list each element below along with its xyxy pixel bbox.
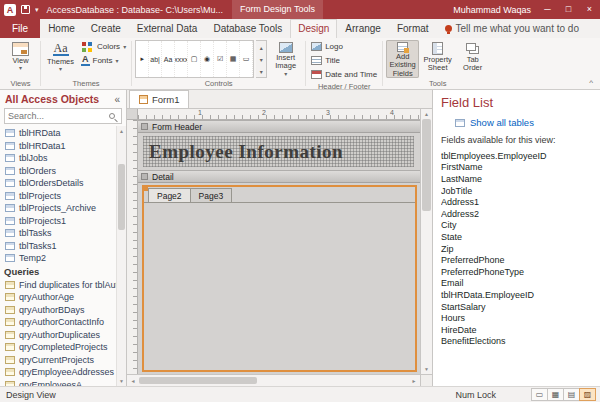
nav-query-item[interactable]: qryEmployeeAddresses [0, 366, 116, 379]
scrollbar-thumb[interactable] [118, 164, 125, 230]
tell-me-box[interactable]: Tell me what you want to do [445, 19, 579, 38]
date-time-button[interactable]: Date and Time [309, 68, 379, 81]
field-list-item[interactable]: Zip [441, 243, 592, 255]
nav-table-item[interactable]: tblHRData [0, 127, 116, 140]
save-icon[interactable] [21, 5, 30, 14]
nav-query-item[interactable]: qryAuthorDuplicates [0, 329, 116, 342]
field-list-item[interactable]: BenefitElections [441, 336, 592, 348]
signed-in-user[interactable]: Muhammad Waqas [453, 5, 531, 15]
form-header-section-bar[interactable]: Form Header [138, 120, 420, 133]
nav-query-item[interactable]: qryCompletedProjects [0, 341, 116, 354]
control-gallery-item[interactable]: ▢ [188, 41, 201, 77]
nav-query-item[interactable]: qryAuthorBDays [0, 304, 116, 317]
navigation-pane-header[interactable]: All Access Objects « [0, 90, 126, 107]
field-list-item[interactable]: JobTitle [441, 185, 592, 197]
field-list-item[interactable]: tblEmployees.EmployeeID [441, 150, 592, 162]
field-list-item[interactable]: Address2 [441, 208, 592, 220]
nav-table-item[interactable]: tblTasks1 [0, 240, 116, 253]
logo-button[interactable]: Logo [309, 40, 379, 53]
control-gallery-item[interactable]: ☑ [214, 41, 227, 77]
nav-query-item[interactable]: qryAuthorAge [0, 291, 116, 304]
control-gallery-item[interactable]: ab| [149, 41, 162, 77]
layout-view-button[interactable]: ▤ [563, 388, 580, 401]
nav-table-item[interactable]: tblTasks [0, 227, 116, 240]
field-list-item[interactable]: PreferredPhone [441, 254, 592, 266]
nav-table-item[interactable]: Temp2 [0, 252, 116, 265]
collapse-ribbon-icon[interactable]: ^ [589, 78, 593, 87]
nav-table-item[interactable]: tblProjects_Archive [0, 202, 116, 215]
tab-external-data[interactable]: External Data [129, 19, 206, 38]
form-title-label[interactable]: Employee Information [143, 136, 414, 167]
scrollbar-thumb[interactable] [422, 119, 431, 211]
form-view-button[interactable]: ▭ [531, 388, 548, 401]
scroll-down-icon[interactable]: ▼ [421, 364, 432, 374]
nav-table-item[interactable]: tblHRData1 [0, 140, 116, 153]
field-list-item[interactable]: LastName [441, 173, 592, 185]
form-header-section[interactable]: Employee Information [138, 133, 420, 170]
nav-query-item[interactable]: qryEmployeesA [0, 379, 116, 387]
gallery-down-icon[interactable]: ▾ [256, 53, 266, 65]
page2-tab[interactable]: Page2 [148, 188, 191, 203]
gallery-more-icon[interactable]: ▾ [256, 65, 266, 77]
field-list-item[interactable]: FirstName [441, 162, 592, 174]
control-gallery-item[interactable]: xxxx [175, 41, 188, 77]
field-list-item[interactable]: HireDate [441, 324, 592, 336]
tab-database-tools[interactable]: Database Tools [205, 19, 290, 38]
nav-group-queries[interactable]: Queries [0, 265, 116, 279]
scroll-left-icon[interactable]: ◄ [127, 375, 139, 386]
scroll-right-icon[interactable]: ► [408, 375, 420, 386]
scroll-up-icon[interactable]: ▲ [117, 126, 126, 136]
page3-tab[interactable]: Page3 [191, 188, 233, 203]
view-button[interactable]: View ▾ [4, 40, 37, 78]
field-list-item[interactable]: Address1 [441, 196, 592, 208]
nav-table-item[interactable]: tblProjects1 [0, 215, 116, 228]
form-selector-button[interactable] [127, 109, 138, 120]
field-list-item[interactable]: StartSalary [441, 301, 592, 313]
field-list-item[interactable]: Email [441, 278, 592, 290]
property-sheet-button[interactable]: Property Sheet [421, 40, 454, 78]
insert-image-button[interactable]: Insert Image ▾ [269, 40, 302, 78]
control-gallery-item[interactable]: Aa [162, 41, 175, 77]
tab-order-button[interactable]: Tab Order [456, 40, 489, 78]
title-button[interactable]: Title [309, 54, 379, 67]
field-list-item[interactable]: State [441, 231, 592, 243]
access-logo-icon[interactable]: A [4, 4, 16, 16]
control-gallery-item[interactable]: ▭ [240, 41, 253, 77]
scroll-down-icon[interactable]: ▼ [117, 376, 126, 386]
control-gallery-item[interactable]: ◉ [201, 41, 214, 77]
nav-query-item[interactable]: Find duplicates for tblAuthors [0, 279, 116, 292]
detail-section[interactable]: Page2 Page3 [138, 183, 420, 374]
field-list-item[interactable]: PreferredPhoneType [441, 266, 592, 278]
tab-home[interactable]: Home [40, 19, 83, 38]
show-all-tables-link[interactable]: Show all tables [433, 115, 600, 135]
qat-dropdown-icon[interactable]: ▾ [35, 6, 39, 14]
nav-table-item[interactable]: tblOrders [0, 165, 116, 178]
control-gallery-item[interactable]: ▸ [136, 41, 149, 77]
tab-control[interactable]: Page2 Page3 [142, 185, 417, 372]
document-tab-form1[interactable]: Form1 [129, 90, 189, 108]
nav-table-item[interactable]: tblOrdersDetails [0, 177, 116, 190]
tab-arrange[interactable]: Arrange [337, 19, 389, 38]
tab-design[interactable]: Design [290, 19, 337, 38]
nav-query-item[interactable]: qryCurrentProjects [0, 354, 116, 367]
datasheet-view-button[interactable]: ▦ [547, 388, 564, 401]
scroll-up-icon[interactable]: ▲ [421, 109, 432, 119]
field-list-item[interactable]: tblHRData.EmployeeID [441, 289, 592, 301]
restore-button[interactable]: □ [558, 0, 579, 19]
field-list-item[interactable]: Hours [441, 312, 592, 324]
nav-table-item[interactable]: tblProjects [0, 190, 116, 203]
design-view-button[interactable]: ▨ [579, 388, 596, 401]
detail-section-bar[interactable]: Detail [138, 170, 420, 183]
field-list-item[interactable]: City [441, 220, 592, 232]
nav-table-item[interactable]: tblJobs [0, 152, 116, 165]
control-gallery-item[interactable]: ▦ [227, 41, 240, 77]
nav-query-item[interactable]: qryAuthorContactInfo [0, 316, 116, 329]
close-button[interactable]: × [579, 0, 600, 19]
scrollbar-thumb[interactable] [139, 377, 257, 384]
fonts-button[interactable]: A Fonts ▾ [79, 54, 128, 67]
tab-file[interactable]: File [0, 19, 40, 38]
collapse-pane-icon[interactable]: « [114, 94, 120, 105]
tab-format[interactable]: Format [389, 19, 437, 38]
themes-button[interactable]: Aa Themes ▾ [44, 40, 77, 78]
gallery-up-icon[interactable]: ▴ [256, 41, 266, 53]
